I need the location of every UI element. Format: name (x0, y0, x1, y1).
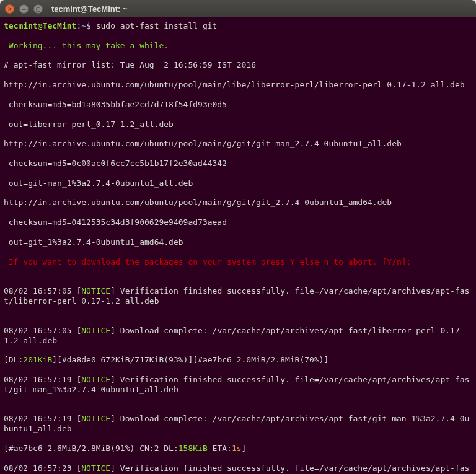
out-line: out=git-man_1%3a2.7.4-0ubuntu1_all.deb (4, 178, 472, 188)
out-line: checksum=md5=bd1a8035bbfae2cd7d718f54fd9… (4, 100, 472, 110)
out-line: out=git_1%3a2.7.4-0ubuntu1_amd64.deb (4, 237, 472, 247)
notice-line: 08/02 16:57:05 [NOTICE] Verification fin… (4, 286, 472, 306)
close-icon[interactable]: × (5, 4, 14, 14)
notice-line: 08/02 16:57:23 [NOTICE] Verification fin… (4, 463, 472, 474)
progress-line: [DL:201KiB][#da8de0 672KiB/717KiB(93%)][… (4, 355, 472, 365)
minimize-icon[interactable]: – (19, 4, 29, 14)
notice-tag: NOTICE (81, 286, 110, 296)
out-line: checksum=md5=0c00ac0f6cc7cc5b1b17f2e30ad… (4, 159, 472, 169)
working-line: Working... this may take a while. (4, 41, 472, 51)
notice-line: 08/02 16:57:19 [NOTICE] Verification fin… (4, 375, 472, 395)
notice-tag: NOTICE (81, 414, 110, 423)
titlebar[interactable]: × – □ tecmint@TecMint: ~ (0, 0, 476, 17)
prompt-user: tecmint@TecMint (4, 21, 76, 30)
out-line: http://in.archive.ubuntu.com/ubuntu/pool… (4, 198, 472, 208)
window-controls: × – □ (5, 4, 43, 14)
mirror-line: # apt-fast mirror list: Tue Aug 2 16:56:… (4, 60, 472, 70)
out-line: http://in.archive.ubuntu.com/ubuntu/pool… (4, 139, 472, 149)
prompt-line: tecmint@TecMint:~$ sudo apt-fast install… (4, 21, 472, 31)
notice-tag: NOTICE (81, 463, 110, 473)
out-line: out=liberror-perl_0.17-1.2_all.deb (4, 120, 472, 129)
terminal-window: × – □ tecmint@TecMint: ~ tecmint@TecMint… (0, 0, 476, 474)
typed-command: sudo apt-fast install git (96, 21, 218, 30)
window-title: tecmint@TecMint: ~ (51, 4, 128, 14)
terminal-output[interactable]: tecmint@TecMint:~$ sudo apt-fast install… (0, 17, 476, 474)
download-speed: 201KiB (23, 355, 52, 364)
notice-tag: NOTICE (81, 375, 110, 384)
confirm-line: If you want to download the packages on … (4, 257, 472, 267)
progress-line: [#ae7bc6 2.6MiB/2.8MiB(91%) CN:2 DL:158K… (4, 444, 472, 454)
notice-line: 08/02 16:57:05 [NOTICE] Download complet… (4, 326, 472, 346)
prompt-path: ~ (81, 21, 86, 30)
download-speed: 158KiB (178, 444, 208, 453)
prompt-dollar: $ (86, 21, 96, 30)
notice-tag: NOTICE (81, 326, 110, 335)
maximize-icon[interactable]: □ (33, 4, 43, 14)
out-line: checksum=md5=0412535c34d3f900629e9409ad7… (4, 217, 472, 227)
notice-line: 08/02 16:57:19 [NOTICE] Download complet… (4, 414, 472, 434)
eta-value: 1s (232, 444, 242, 453)
out-line: http://in.archive.ubuntu.com/ubuntu/pool… (4, 80, 472, 90)
